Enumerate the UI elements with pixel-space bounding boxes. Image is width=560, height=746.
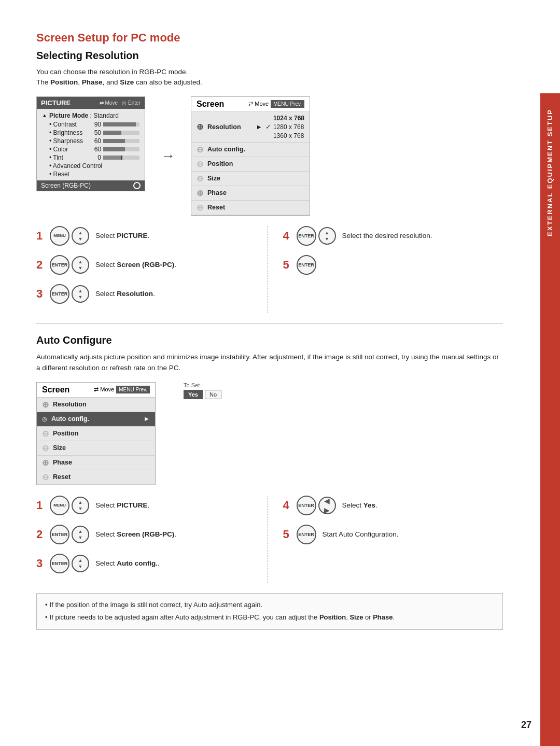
- to-set-box: To Set Yes No: [179, 382, 221, 399]
- arrow-diagram: →: [161, 148, 175, 164]
- page-title: Screen Setup for PC mode: [36, 31, 503, 45]
- step-4-right-s2: 4 ENTER ◀ ▶ Select Yes.: [283, 496, 503, 515]
- steps-section1: 1 MENU ▲ ▼ Select PICTURE. 2 ENTER: [36, 226, 503, 313]
- step-5-right: 5 ENTER: [283, 255, 503, 275]
- steps-section2: 1 MENU ▲ ▼ Select PICTURE. 2 ENTER: [36, 496, 503, 583]
- step-3-left: 3 ENTER ▲ ▼ Select Resolution.: [36, 284, 257, 304]
- step-1-left-s2: 1 MENU ▲ ▼ Select PICTURE.: [36, 496, 257, 515]
- step-4-right: 4 ENTER ▲ ▼ Select the desired resolutio…: [283, 226, 503, 246]
- section1-desc1: You can choose the resolution in RGB-PC …: [36, 67, 503, 88]
- step-2-left-s2: 2 ENTER ▲ ▼ Select Screen (RGB-PC).: [36, 525, 257, 544]
- screen-menu-1-diagram: Screen ⇄ Move MENU Prev. ⊕ Resolution ► …: [191, 96, 310, 216]
- step-2-left: 2 ENTER ▲ ▼ Select Screen (RGB-PC).: [36, 255, 257, 275]
- section1-title: Selecting Resolution: [36, 50, 503, 62]
- picture-menu-diagram: PICTURE ⇄ Move ◎ Enter ▲ Picture Mode : …: [36, 96, 145, 191]
- side-tab: EXTERNAL EQUIPMENT SETUP: [540, 93, 560, 746]
- page-number: 27: [521, 720, 531, 730]
- step-3-left-s2: 3 ENTER ▲ ▼ Select Auto config..: [36, 554, 257, 573]
- section2-desc: Automatically adjusts picture position a…: [36, 351, 503, 374]
- notes-box: •If the position of the image is still n…: [36, 593, 503, 630]
- screen-menu-2-diagram: Screen ⇄ Move MENU Prev. ⊕ Resolution ◎ …: [36, 382, 156, 485]
- step-5-right-s2: 5 ENTER Start Auto Configuration.: [283, 525, 503, 544]
- step-1-left: 1 MENU ▲ ▼ Select PICTURE.: [36, 226, 257, 246]
- section2-title: Auto Configure: [36, 334, 503, 346]
